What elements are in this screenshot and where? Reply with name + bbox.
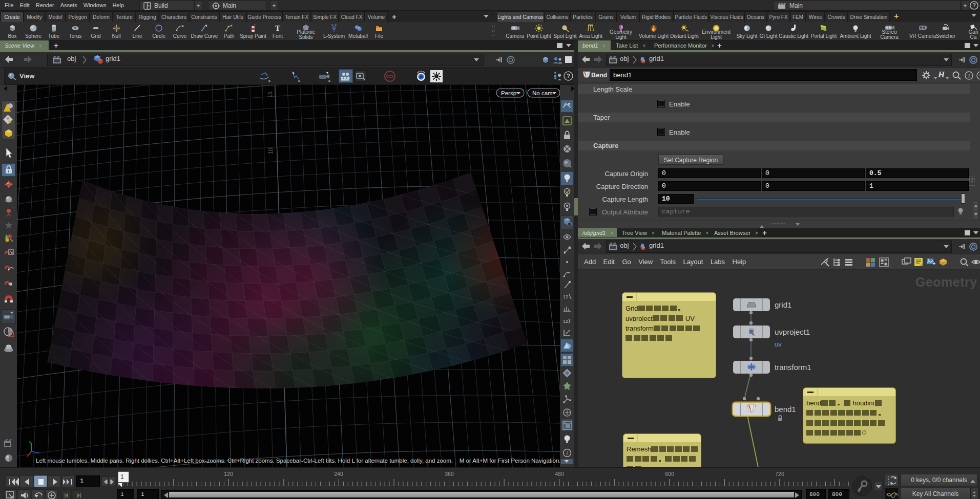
svg-text:?: ? bbox=[972, 2, 976, 8]
svg-text:15: 15 bbox=[267, 92, 273, 98]
svg-text:480: 480 bbox=[555, 471, 564, 477]
svg-text:600: 600 bbox=[665, 471, 674, 477]
svg-text:10: 10 bbox=[267, 148, 274, 154]
svg-text:No cam: No cam bbox=[532, 90, 553, 96]
svg-text:i: i bbox=[968, 73, 970, 79]
svg-text:?: ? bbox=[567, 73, 570, 80]
svg-text:12: 12 bbox=[563, 319, 568, 324]
svg-text:T: T bbox=[275, 24, 280, 32]
svg-text:Persp: Persp bbox=[501, 90, 516, 96]
svg-text:i: i bbox=[567, 450, 568, 456]
svg-text:360: 360 bbox=[445, 471, 454, 477]
svg-text:12: 12 bbox=[563, 294, 568, 299]
svg-text:240: 240 bbox=[334, 471, 343, 477]
svg-text:y: y bbox=[29, 440, 31, 444]
svg-text:720: 720 bbox=[775, 471, 784, 477]
svg-text:120: 120 bbox=[224, 471, 233, 477]
svg-text:Left mouse tumbles. Middle pan: Left mouse tumbles. Middle pans. Right d… bbox=[36, 458, 560, 464]
